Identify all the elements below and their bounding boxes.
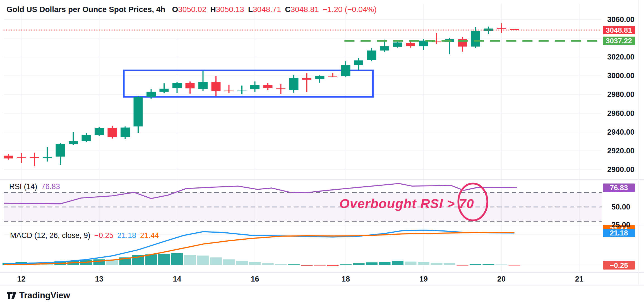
change-value: −1.20 (−0.04%) (323, 5, 377, 14)
low-label: L (248, 5, 253, 14)
candle-body (237, 90, 247, 91)
candle-body (380, 46, 389, 51)
macd-histogram-bar (353, 263, 365, 265)
candle-body (263, 85, 273, 88)
candle-body (393, 42, 402, 47)
candle-body (69, 141, 78, 144)
macd-value-badge: 21.18 (603, 229, 635, 237)
candle-body (95, 128, 104, 135)
candle-body (471, 31, 480, 46)
overbought-annotation-text[interactable]: Overbought RSI > 70 (339, 196, 474, 211)
candle-body (4, 156, 13, 158)
symbol-title: Gold US Dollars per Ounce Spot Prices, 4… (6, 5, 165, 14)
price-axis-label: 2980.00 (603, 90, 639, 98)
candle-body (198, 82, 208, 89)
time-axis-label: 14 (166, 275, 188, 283)
candle-body (250, 85, 259, 89)
candle-body (367, 51, 376, 60)
candle-body (30, 157, 39, 158)
time-axis-label: 16 (244, 275, 266, 283)
macd-histogram-bar (457, 265, 468, 266)
candle-body (56, 144, 65, 157)
time-axis-label: 13 (88, 275, 110, 283)
macd-histogram-bar (340, 264, 352, 265)
price-axis-label: 50.00 (603, 203, 639, 211)
candle-body (276, 88, 285, 89)
macd-histogram-bar (327, 265, 339, 266)
chart-canvas[interactable] (0, 0, 644, 305)
candle-body (17, 157, 26, 158)
time-axis-label: 19 (412, 275, 435, 283)
macd-histogram-bar (158, 254, 170, 265)
tradingview-logo-icon (7, 290, 17, 301)
price-axis-label: 2960.00 (603, 109, 639, 117)
macd-histogram-bar (184, 255, 196, 265)
candle-body (302, 78, 311, 80)
candle-body (406, 43, 415, 46)
last-price-badge: 3048.81 (603, 26, 635, 34)
macd-histogram-bar (470, 264, 481, 265)
macd-histogram-bar (171, 253, 183, 265)
macd-histogram-bar (379, 262, 391, 265)
macd-histogram-bar (509, 265, 520, 266)
candle-body (43, 157, 52, 158)
macd-histogram-bar (93, 259, 105, 265)
candle-body (289, 78, 299, 90)
candle-body (172, 83, 182, 88)
macd-histogram-bar (405, 262, 417, 265)
candle-body (224, 90, 234, 91)
open-value: 3050.02 (178, 5, 206, 14)
macd-histogram-bar (496, 265, 507, 265)
price-axis-label: 3000.00 (603, 72, 639, 80)
candle-body (328, 76, 337, 77)
macd-histogram-bar (275, 264, 287, 265)
rsi-value-badge: 76.83 (603, 184, 635, 192)
macd-histogram-bar (444, 263, 455, 265)
macd-histogram-bar (431, 263, 443, 265)
macd-signal-value: 21.44 (140, 231, 159, 240)
macd-histogram-bar (236, 261, 248, 265)
candle-body (134, 97, 143, 127)
price-axis-label: 2940.00 (603, 128, 639, 136)
macd-histogram-bar (418, 262, 429, 265)
price-axis-label: 2920.00 (603, 147, 639, 155)
macd-histogram-bar (483, 264, 494, 265)
consolidation-box[interactable] (124, 70, 373, 97)
macd-label: MACD (12, 26, close, 9) (10, 231, 90, 240)
chart-window: Gold US Dollars per Ounce Spot Prices, 4… (0, 0, 644, 305)
rsi-value: 76.83 (41, 182, 60, 191)
high-label: H (210, 5, 216, 14)
candle-body (186, 83, 195, 89)
rsi-label: RSI (14) (9, 182, 37, 191)
macd-histogram-bar (210, 257, 222, 265)
alert-price-badge: 3037.22 (603, 37, 635, 45)
candle-body (121, 128, 130, 137)
price-axis-label: 3060.00 (603, 16, 639, 23)
rsi-legend: RSI (14)76.83 (9, 182, 60, 191)
candle-body (108, 128, 117, 137)
time-axis-label: 20 (490, 275, 513, 283)
price-axis-label: 2900.00 (603, 166, 639, 173)
macd-histogram-bar (145, 254, 157, 265)
symbol-legend: Gold US Dollars per Ounce Spot Prices, 4… (6, 5, 377, 14)
close-value: 3048.81 (291, 5, 319, 14)
macd-histogram-bar (249, 262, 261, 265)
macd-line-value: 21.18 (117, 231, 136, 240)
macd-histogram-bar (314, 265, 326, 266)
candle-body (212, 82, 221, 91)
macd-histogram-bar (197, 256, 209, 265)
tradingview-logo[interactable]: TradingView (7, 290, 70, 301)
candle-body (497, 28, 506, 29)
candle-body (341, 65, 350, 76)
pane-separators (0, 0, 644, 285)
macd-hist-badge: −0.25 (603, 261, 635, 270)
time-axis-label: 18 (335, 275, 357, 283)
open-label: O (172, 5, 178, 14)
time-axis-label: 21 (568, 275, 590, 283)
macd-legend: MACD (12, 26, close, 9)−0.2521.1821.44 (10, 231, 159, 240)
macd-histogram-bar (392, 261, 403, 265)
candle-body (82, 135, 91, 141)
macd-histogram-bar (223, 259, 235, 265)
price-axis-label: 25.00 (603, 221, 639, 229)
macd-hist-value: −0.25 (94, 231, 113, 240)
